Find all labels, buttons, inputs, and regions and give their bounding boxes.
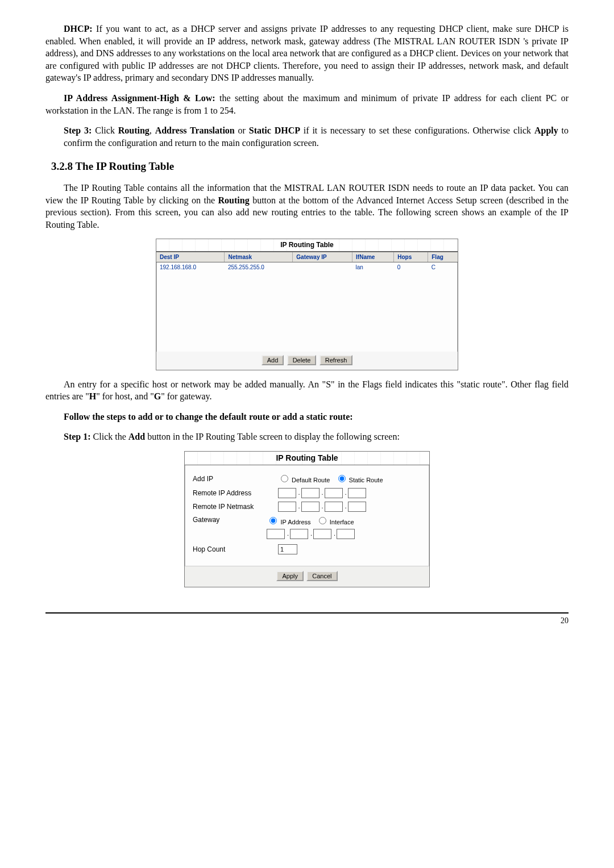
section-heading: 3.2.8 The IP Routing Table	[51, 159, 569, 174]
col-flag: Flag	[428, 252, 458, 262]
remote-ip-oct1[interactable]	[278, 488, 296, 498]
gw-oct1[interactable]	[267, 529, 285, 539]
label-step3: Step 3:	[64, 126, 92, 135]
para-ipa: IP Address Assignment-High & Low: the se…	[45, 92, 569, 116]
col-gateway: Gateway IP	[293, 252, 352, 262]
remote-ip-field: . . .	[278, 488, 367, 498]
radio-default-route-input[interactable]	[281, 475, 288, 482]
remote-mask-oct3[interactable]	[325, 502, 343, 512]
routing-table-body: Dest IP Netmask Gateway IP IfName Hops F…	[156, 252, 458, 370]
cell-dest: 192.168.168.0	[156, 262, 225, 273]
routing-table: Dest IP Netmask Gateway IP IfName Hops F…	[156, 252, 458, 352]
section-intro: The IP Routing Table contains all the in…	[45, 182, 569, 231]
radio-ip-address[interactable]: IP Address	[267, 519, 312, 525]
apply-button[interactable]: Apply	[276, 571, 304, 581]
hop-count-input[interactable]: 1	[278, 544, 297, 554]
col-hops: Hops	[394, 252, 428, 262]
label-remote-mask: Remote IP Netmask	[193, 502, 278, 511]
cell-gw	[293, 262, 352, 273]
radio-static-route-input[interactable]	[338, 475, 346, 482]
cell-hops: 0	[394, 262, 428, 273]
text-dhcp: If you want to act, as a DHCP server and…	[45, 24, 569, 82]
remote-ip-oct3[interactable]	[325, 488, 343, 498]
routing-table-panel: IP Routing Table Dest IP Netmask Gateway…	[156, 239, 458, 370]
label-dhcp: DHCP:	[64, 24, 93, 34]
label-step1: Step 1:	[64, 432, 91, 441]
radio-interface[interactable]: Interface	[316, 519, 354, 525]
cell-if: lan	[352, 262, 394, 273]
remote-ip-oct4[interactable]	[348, 488, 366, 498]
remote-mask-field: . . .	[278, 502, 367, 512]
remote-mask-oct1[interactable]	[278, 502, 296, 512]
cell-mask: 255.255.255.0	[225, 262, 293, 273]
col-ifname: IfName	[352, 252, 394, 262]
delete-button[interactable]: Delete	[287, 355, 317, 365]
follow-heading: Follow the steps to add or to change the…	[64, 411, 569, 423]
radio-default-route[interactable]: Default Route	[278, 477, 331, 483]
routing-table-title: IP Routing Table	[156, 239, 458, 251]
cancel-button[interactable]: Cancel	[306, 571, 337, 581]
cell-flag: C	[428, 262, 458, 273]
radio-interface-input[interactable]	[319, 517, 326, 524]
label-gateway: Gateway	[193, 515, 267, 524]
para-entry: An entry for a specific host or network …	[45, 378, 569, 403]
add-button[interactable]: Add	[262, 355, 284, 365]
radio-static-route[interactable]: Static Route	[335, 477, 383, 483]
radio-ip-address-input[interactable]	[269, 517, 277, 524]
para-dhcp: DHCP: If you want to act, as a DHCP serv…	[45, 23, 569, 84]
gw-oct3[interactable]	[313, 529, 331, 539]
para-step3: Step 3: Click Routing, Address Translati…	[45, 124, 569, 149]
label-hop-count: Hop Count	[193, 545, 278, 554]
para-step1: Step 1: Click the Add button in the IP R…	[45, 431, 569, 443]
col-dest-ip: Dest IP	[156, 252, 225, 262]
remote-mask-oct4[interactable]	[348, 502, 366, 512]
table-row[interactable]: 192.168.168.0 255.255.255.0 lan 0 C	[156, 262, 458, 273]
label-remote-ip: Remote IP Address	[193, 489, 278, 498]
add-route-buttons: Apply Cancel	[185, 566, 429, 587]
refresh-button[interactable]: Refresh	[320, 355, 353, 365]
routing-table-buttons: Add Delete Refresh	[156, 352, 458, 370]
label-ipa: IP Address Assignment-High & Low:	[64, 93, 215, 103]
add-route-panel: IP Routing Table Add IP Default Route St…	[184, 451, 430, 587]
gw-oct2[interactable]	[290, 529, 308, 539]
page-number: 20	[45, 612, 569, 627]
gateway-ip-field: . . .	[267, 529, 355, 539]
remote-ip-oct2[interactable]	[301, 488, 320, 498]
add-route-body: Add IP Default Route Static Route Remote…	[185, 465, 429, 566]
col-netmask: Netmask	[225, 252, 293, 262]
add-route-title: IP Routing Table	[185, 452, 429, 465]
gw-oct4[interactable]	[337, 529, 355, 539]
label-add-ip: Add IP	[193, 474, 278, 483]
remote-mask-oct2[interactable]	[301, 502, 320, 512]
